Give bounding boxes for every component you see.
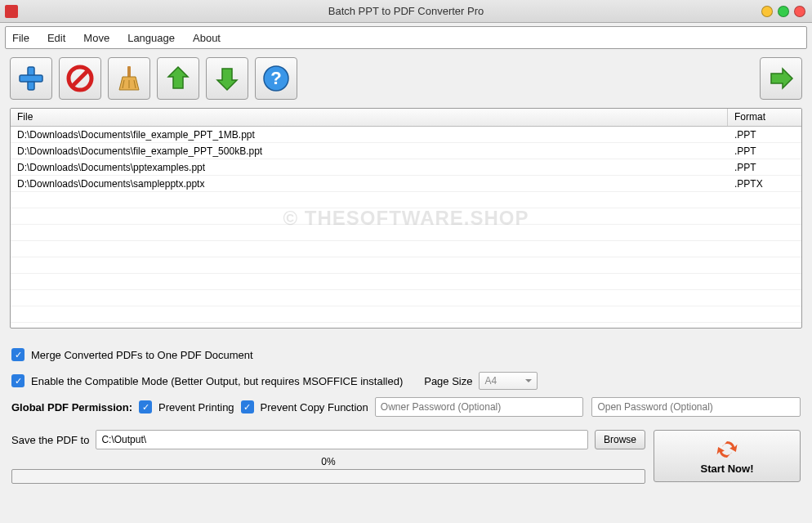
svg-line-3 bbox=[72, 70, 88, 87]
remove-button[interactable] bbox=[59, 57, 101, 100]
prevent-copy-checkbox[interactable] bbox=[241, 400, 254, 413]
open-password-input[interactable] bbox=[591, 397, 801, 417]
svg-rect-1 bbox=[20, 75, 42, 82]
file-list-header: File Format bbox=[11, 109, 801, 127]
table-row[interactable]: D:\Downloads\Documents\file_example_PPT_… bbox=[11, 143, 801, 159]
window-controls bbox=[761, 6, 805, 17]
save-path-input[interactable] bbox=[96, 430, 588, 449]
forbidden-icon bbox=[65, 64, 95, 93]
column-header-format[interactable]: Format bbox=[728, 109, 801, 126]
arrow-up-icon bbox=[163, 64, 193, 93]
compat-checkbox[interactable] bbox=[11, 374, 25, 387]
clear-button[interactable] bbox=[108, 57, 150, 100]
file-list-panel: File Format D:\Downloads\Documents\file_… bbox=[10, 108, 802, 329]
column-header-file[interactable]: File bbox=[11, 109, 728, 126]
progress-text: 0% bbox=[11, 456, 645, 467]
page-size-label: Page Size bbox=[424, 375, 472, 387]
prevent-copy-label: Prevent Copy Function bbox=[261, 401, 368, 413]
file-path-cell: D:\Downloads\Documents\samplepptx.pptx bbox=[11, 178, 728, 190]
go-button[interactable] bbox=[760, 57, 802, 100]
table-row[interactable]: D:\Downloads\Documents\file_example_PPT_… bbox=[11, 127, 801, 143]
minimize-button[interactable] bbox=[761, 6, 773, 17]
merge-label: Merge Converted PDFs to One PDF Document bbox=[31, 349, 253, 361]
file-format-cell: .PPT bbox=[728, 129, 801, 141]
file-path-cell: D:\Downloads\Documents\file_example_PPT_… bbox=[11, 145, 728, 157]
page-size-select[interactable]: A4 bbox=[479, 372, 538, 390]
window-title: Batch PPT to PDF Converter Pro bbox=[328, 5, 484, 17]
help-button[interactable]: ? bbox=[255, 57, 297, 100]
close-button[interactable] bbox=[794, 6, 805, 17]
bottom-area: Save the PDF to Browse 0% Start Now! bbox=[0, 430, 812, 492]
watermark: © THESOFTWARE.SHOP bbox=[283, 207, 529, 230]
svg-rect-4 bbox=[127, 66, 131, 78]
file-format-cell: .PPTX bbox=[728, 178, 801, 190]
svg-text:?: ? bbox=[270, 68, 281, 88]
compat-label: Enable the Compatible Mode (Better Outpu… bbox=[31, 375, 403, 387]
refresh-icon bbox=[716, 438, 738, 461]
table-row[interactable]: D:\Downloads\Documents\pptexamples.ppt.P… bbox=[11, 159, 801, 176]
app-icon bbox=[5, 5, 18, 18]
menu-move[interactable]: Move bbox=[83, 32, 109, 44]
move-down-button[interactable] bbox=[206, 57, 248, 100]
owner-password-input[interactable] bbox=[375, 397, 584, 417]
menu-edit[interactable]: Edit bbox=[47, 32, 65, 44]
menu-language[interactable]: Language bbox=[127, 32, 175, 44]
title-bar: Batch PPT to PDF Converter Pro bbox=[0, 0, 812, 23]
browse-button[interactable]: Browse bbox=[595, 430, 645, 449]
options-area: Merge Converted PDFs to One PDF Document… bbox=[0, 332, 812, 430]
file-path-cell: D:\Downloads\Documents\pptexamples.ppt bbox=[11, 162, 728, 173]
file-format-cell: .PPT bbox=[728, 162, 801, 173]
file-path-cell: D:\Downloads\Documents\file_example_PPT_… bbox=[11, 129, 728, 141]
table-row[interactable]: D:\Downloads\Documents\samplepptx.pptx.P… bbox=[11, 176, 801, 192]
toolbar: ? bbox=[0, 52, 812, 105]
progress-bar bbox=[11, 469, 645, 484]
file-format-cell: .PPT bbox=[728, 145, 801, 157]
prevent-print-label: Prevent Printing bbox=[158, 401, 234, 413]
menu-file[interactable]: File bbox=[12, 32, 29, 44]
broom-icon bbox=[114, 64, 144, 93]
menu-about[interactable]: About bbox=[193, 32, 221, 44]
add-button[interactable] bbox=[10, 57, 52, 100]
save-label: Save the PDF to bbox=[11, 434, 89, 446]
menu-bar: File Edit Move Language About bbox=[5, 26, 807, 49]
move-up-button[interactable] bbox=[157, 57, 199, 100]
plus-icon bbox=[16, 64, 46, 93]
start-button[interactable]: Start Now! bbox=[654, 430, 801, 482]
help-icon: ? bbox=[261, 64, 291, 93]
prevent-print-checkbox[interactable] bbox=[139, 400, 152, 413]
maximize-button[interactable] bbox=[778, 6, 789, 17]
merge-checkbox[interactable] bbox=[11, 348, 25, 361]
arrow-down-icon bbox=[212, 64, 242, 93]
start-button-label: Start Now! bbox=[701, 463, 754, 475]
permission-label: Global PDF Permission: bbox=[11, 401, 132, 413]
arrow-right-icon bbox=[766, 64, 796, 93]
